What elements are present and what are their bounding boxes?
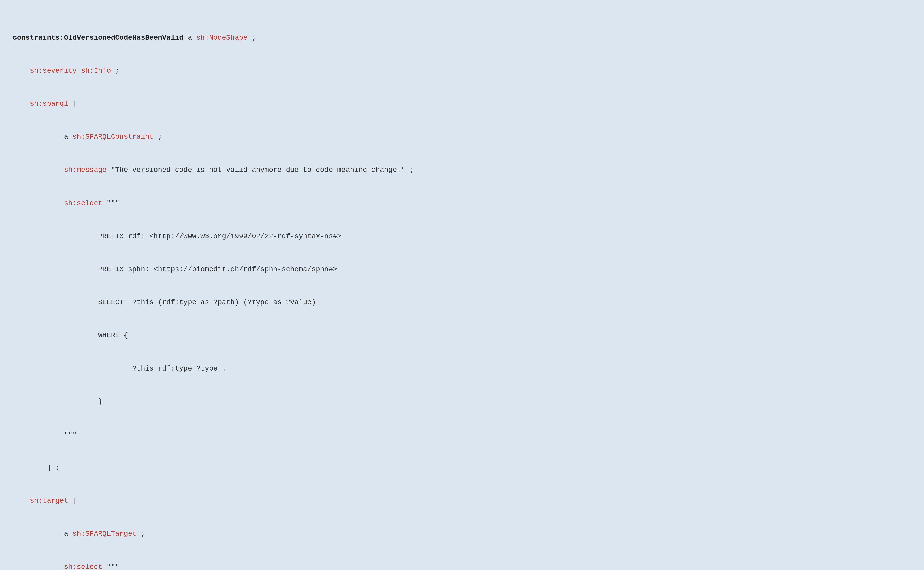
semicolon-3: ; bbox=[154, 133, 162, 141]
line-8: PREFIX sphn: <https://biomedit.ch/rdf/sp… bbox=[13, 264, 911, 275]
constraint-name: constraints:OldVersionedCodeHasBeenValid bbox=[13, 34, 184, 42]
line-16: a sh:SPARQLTarget ; bbox=[13, 528, 911, 539]
triple-quote-1: """ bbox=[102, 199, 119, 207]
line-5: sh:message "The versioned code is not va… bbox=[13, 164, 911, 175]
bracket-open-2: [ bbox=[68, 497, 77, 505]
line-3: sh:sparql [ bbox=[13, 98, 911, 109]
line-1: constraints:OldVersionedCodeHasBeenValid… bbox=[13, 32, 911, 43]
sh-sparql: sh:sparql bbox=[30, 100, 68, 108]
sh-select-2: sh:select bbox=[64, 563, 102, 570]
sh-message: sh:message bbox=[64, 166, 107, 174]
semicolon-1: ; bbox=[248, 34, 256, 42]
message-text: "The versioned code is not valid anymore… bbox=[107, 166, 414, 174]
sparql-constraint: sh:SPARQLConstraint bbox=[72, 133, 153, 141]
code-block: constraints:OldVersionedCodeHasBeenValid… bbox=[13, 10, 911, 570]
sh-target: sh:target bbox=[30, 497, 68, 505]
sh-select-1: sh:select bbox=[64, 199, 102, 207]
line-4: a sh:SPARQLConstraint ; bbox=[13, 132, 911, 142]
sh-severity: sh:severity bbox=[30, 67, 77, 75]
line-17: sh:select """ bbox=[13, 562, 911, 570]
sh-info: sh:Info bbox=[81, 67, 111, 75]
triple-quote-2: """ bbox=[102, 563, 119, 570]
text-a: a bbox=[184, 34, 196, 42]
line-10: WHERE { bbox=[13, 330, 911, 341]
semicolon-2: ; bbox=[111, 67, 120, 75]
line-13: """ bbox=[13, 429, 911, 440]
line-7: PREFIX rdf: <http://www.w3.org/1999/02/2… bbox=[13, 231, 911, 242]
line-9: SELECT ?this (rdf:type as ?path) (?type … bbox=[13, 297, 911, 308]
sparql-target: sh:SPARQLTarget bbox=[72, 530, 136, 538]
semicolon-4: ; bbox=[136, 530, 145, 538]
line-12: } bbox=[13, 396, 911, 407]
line-14: ] ; bbox=[13, 462, 911, 473]
line-2: sh:severity sh:Info ; bbox=[13, 65, 911, 76]
bracket-open-1: [ bbox=[68, 100, 77, 108]
node-shape: sh:NodeShape bbox=[196, 34, 248, 42]
line-11: ?this rdf:type ?type . bbox=[13, 363, 911, 374]
line-6: sh:select """ bbox=[13, 198, 911, 208]
line-15: sh:target [ bbox=[13, 495, 911, 506]
